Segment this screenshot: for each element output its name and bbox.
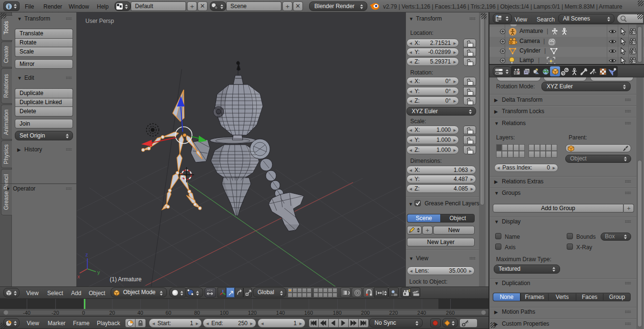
svg-text:z: z — [85, 252, 88, 257]
svg-text:y: y — [97, 269, 100, 275]
svg-text:(1) Armature: (1) Armature — [110, 276, 142, 283]
svg-text:User Persp: User Persp — [85, 18, 114, 24]
svg-text:x: x — [77, 274, 80, 279]
